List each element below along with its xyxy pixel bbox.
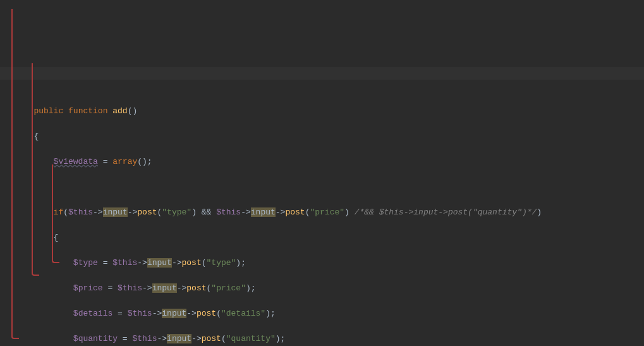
code-line: $details = $this->input->post("details")… bbox=[19, 307, 644, 320]
comment: /*&& $this->input->post("quantity")*/ bbox=[349, 207, 537, 217]
code-line: $type = $this->input->post("type"); bbox=[19, 257, 644, 269]
code-line: $viewdata = array(); bbox=[19, 156, 644, 168]
current-line-highlight bbox=[0, 67, 644, 80]
prop-input: input bbox=[162, 309, 186, 318]
prop-input: input bbox=[147, 258, 172, 268]
code-line: { bbox=[19, 130, 644, 143]
brace-guide-if bbox=[32, 63, 39, 276]
paren: () bbox=[128, 106, 138, 116]
code-line: { bbox=[19, 232, 644, 244]
code-line: $quantity = $this->input->post("quantity… bbox=[19, 333, 644, 345]
code-line: if($this->input->post("type") && $this->… bbox=[19, 206, 644, 219]
brace-guide-outer bbox=[11, 9, 19, 339]
keyword-function: function bbox=[68, 106, 107, 116]
keyword-array: array bbox=[112, 157, 137, 166]
prop-input: input bbox=[167, 334, 191, 343]
brace-guide-inner-if bbox=[52, 164, 59, 263]
code-line: $price = $this->input->post("price"); bbox=[19, 282, 644, 295]
prop-input: input bbox=[152, 283, 177, 293]
code-editor[interactable]: public function add() { $viewdata = arra… bbox=[0, 0, 644, 346]
code-line: public function add() bbox=[19, 105, 644, 118]
function-name-add: add bbox=[112, 106, 127, 116]
prop-input: input bbox=[103, 207, 128, 217]
var-viewdata: $viewdata bbox=[54, 157, 98, 166]
code-line bbox=[19, 181, 644, 194]
prop-input: input bbox=[251, 207, 276, 217]
